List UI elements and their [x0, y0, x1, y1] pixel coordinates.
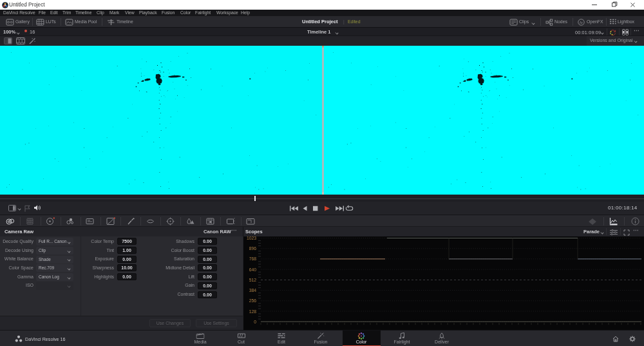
svg-text:384: 384 — [249, 288, 257, 293]
svg-text:128: 128 — [249, 309, 257, 314]
svg-text:0: 0 — [254, 320, 256, 324]
svg-text:640: 640 — [249, 267, 257, 272]
svg-text:896: 896 — [249, 246, 257, 251]
svg-text:fx: fx — [580, 21, 583, 24]
svg-text:768: 768 — [249, 256, 257, 261]
svg-text:512: 512 — [249, 278, 257, 282]
svg-text:256: 256 — [249, 298, 257, 303]
svg-text:1023: 1023 — [247, 236, 256, 240]
